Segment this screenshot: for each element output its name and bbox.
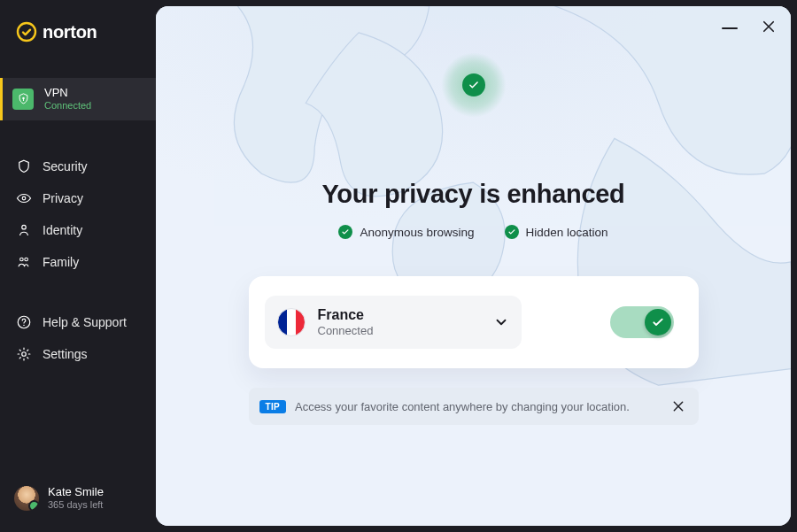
norton-logo-icon — [16, 21, 37, 42]
feature-label: Anonymous browsing — [360, 226, 474, 239]
spacer — [0, 370, 156, 472]
avatar — [14, 486, 39, 511]
sidebar-item-family[interactable]: Family — [0, 246, 156, 278]
toggle-knob-check-icon — [645, 309, 671, 335]
spacer — [0, 278, 156, 306]
content: Your privacy is enhanced Anonymous brows… — [249, 52, 699, 425]
svg-point-0 — [18, 23, 35, 41]
svg-point-7 — [23, 324, 25, 326]
check-icon — [505, 225, 519, 239]
app-window: norton VPN Connected Security — [0, 0, 797, 532]
nav-label: Security — [43, 159, 88, 173]
id-icon — [16, 222, 32, 238]
tip-chip: TIP — [259, 400, 286, 413]
vpn-title: VPN — [44, 87, 91, 100]
vpn-toggle[interactable] — [610, 306, 674, 338]
user-subscription: 365 days left — [48, 499, 104, 511]
tip-close-button[interactable] — [669, 397, 688, 416]
svg-point-4 — [20, 258, 24, 261]
sidebar-item-security[interactable]: Security — [0, 150, 156, 182]
nav-label: Identity — [43, 223, 82, 237]
vpn-status: Connected — [44, 100, 91, 112]
feature-label: Hidden location — [526, 226, 608, 239]
tip-text: Access your favorite content anywhere by… — [295, 400, 660, 413]
connection-card: France Connected — [249, 276, 699, 368]
feature-anonymous-browsing: Anonymous browsing — [338, 225, 474, 239]
sidebar-item-settings[interactable]: Settings — [0, 338, 156, 370]
nav-label: Family — [43, 255, 79, 269]
vpn-shield-icon — [12, 89, 34, 110]
main-panel: Your privacy is enhanced Anonymous brows… — [156, 6, 791, 526]
nav-label: Settings — [43, 347, 88, 361]
location-country: France — [318, 306, 374, 324]
nav-secondary: Help & Support Settings — [0, 306, 156, 370]
svg-point-2 — [22, 197, 26, 200]
spacer — [0, 60, 156, 78]
svg-point-1 — [22, 97, 25, 100]
location-selector[interactable]: France Connected — [265, 296, 522, 349]
nav-label: Help & Support — [43, 315, 127, 329]
window-controls — [720, 17, 778, 36]
brand-logo: norton — [0, 0, 156, 60]
shield-icon — [16, 158, 32, 174]
feature-hidden-location: Hidden location — [505, 225, 608, 239]
nav-primary: Security Privacy Identity Family — [0, 150, 156, 278]
help-icon — [16, 314, 32, 330]
sidebar: norton VPN Connected Security — [0, 0, 156, 532]
feature-row: Anonymous browsing Hidden location — [338, 225, 607, 239]
brand-name: norton — [43, 22, 97, 42]
location-area: France Connected — [265, 296, 522, 349]
close-button[interactable] — [759, 17, 778, 36]
flag-france-icon — [277, 308, 306, 336]
sidebar-item-privacy[interactable]: Privacy — [0, 182, 156, 214]
user-account[interactable]: Kate Smile 365 days left — [0, 471, 156, 532]
check-circle-icon — [462, 73, 485, 96]
eye-icon — [16, 190, 32, 206]
family-icon — [16, 254, 32, 270]
sidebar-item-identity[interactable]: Identity — [0, 214, 156, 246]
nav-label: Privacy — [43, 191, 83, 205]
tip-bar: TIP Access your favorite content anywher… — [249, 388, 699, 425]
svg-point-8 — [22, 351, 27, 356]
spacer — [0, 120, 156, 150]
user-text: Kate Smile 365 days left — [48, 485, 104, 511]
minimize-button[interactable] — [720, 17, 739, 36]
svg-point-3 — [22, 225, 27, 229]
user-name: Kate Smile — [48, 485, 104, 499]
vpn-text: VPN Connected — [44, 87, 91, 112]
headline: Your privacy is enhanced — [321, 180, 624, 209]
location-text: France Connected — [318, 306, 374, 338]
sidebar-item-help[interactable]: Help & Support — [0, 306, 156, 338]
location-marker — [441, 52, 507, 118]
check-icon — [338, 225, 352, 239]
chevron-down-icon — [493, 314, 509, 330]
sidebar-item-vpn[interactable]: VPN Connected — [0, 78, 156, 120]
settings-icon — [16, 346, 32, 362]
location-status: Connected — [318, 324, 374, 338]
svg-point-5 — [25, 258, 28, 261]
